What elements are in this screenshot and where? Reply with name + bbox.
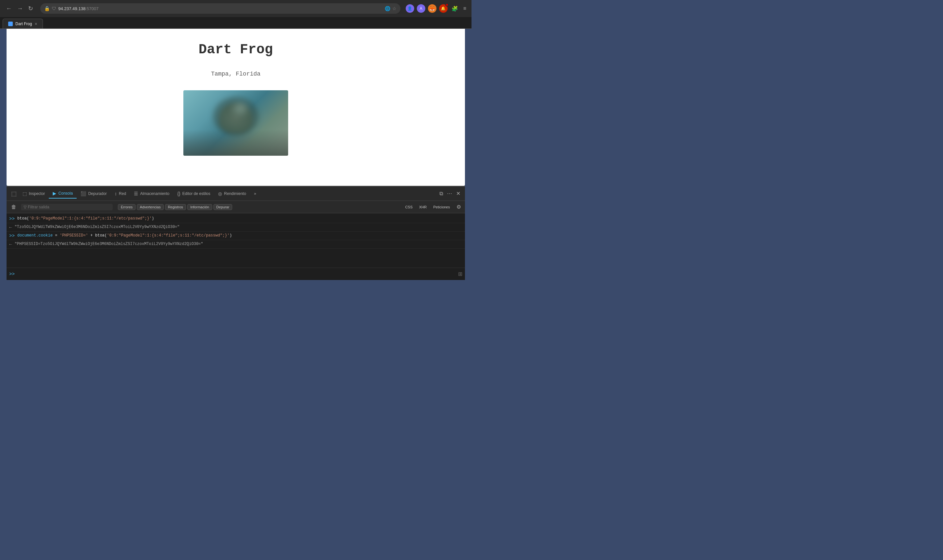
code-span: '0:9:"PageModel":1:{s:4:"file";s:11:"/et…: [29, 216, 151, 221]
tab-title: Dart Frog: [15, 22, 32, 26]
debug-filter-badge[interactable]: Depurar: [213, 204, 233, 210]
debugger-icon: ⬛: [80, 191, 86, 196]
page-subtitle: Tampa, Florida: [13, 71, 458, 77]
devtools-tab-inspector[interactable]: ⬚ Inspector: [19, 189, 49, 198]
url-port: :57007: [85, 6, 99, 11]
active-tab[interactable]: Dart Frog ×: [3, 18, 43, 28]
code-span: ): [151, 216, 154, 221]
console-input-line: >> ⊞: [6, 268, 465, 280]
performance-label: Rendimiento: [224, 191, 246, 196]
debugger-label: Depurador: [88, 191, 107, 196]
code-span: =: [55, 233, 60, 238]
console-prompt-3: >>: [9, 232, 15, 239]
devtools-tab-console[interactable]: ▶ Consola: [49, 189, 77, 198]
frog-highlight: [230, 100, 250, 117]
tab-close-button[interactable]: ×: [35, 21, 37, 26]
console-clear-button[interactable]: 🗑: [9, 203, 19, 211]
console-text-3: document.cookie = 'PHPSESSID=' + btoa('0…: [17, 232, 462, 238]
console-line-2: ← "Tzo5OiJQYWdlTW9kZWwiOjE6e3M6NDoiZmlsZ…: [6, 223, 465, 232]
filter-badges: Errores Advertencias Registros Informaci…: [118, 204, 232, 210]
console-text-1: btoa('0:9:"PageModel":1:{s:4:"file";s:11…: [17, 215, 462, 222]
devtools-close-button[interactable]: ✕: [454, 189, 462, 198]
inspector-label: Inspector: [29, 191, 45, 196]
account-avatar[interactable]: 👤: [406, 4, 414, 13]
profile-avatar[interactable]: A: [417, 4, 425, 13]
console-output: >> btoa('0:9:"PageModel":1:{s:4:"file";s…: [6, 213, 465, 268]
page-image: [184, 90, 288, 156]
console-filter-wrap: ▽: [21, 204, 113, 210]
translate-icon[interactable]: 🌐: [385, 6, 390, 11]
extensions-button[interactable]: 🧩: [450, 4, 459, 13]
nav-buttons: ← → ↻: [4, 4, 35, 14]
browser-actions: 👤 A 🦊 🔔 🧩 ≡: [406, 4, 468, 13]
console-prompt-4: ←: [9, 241, 12, 247]
notification-badge: [445, 3, 449, 6]
forward-button[interactable]: →: [15, 4, 25, 14]
logs-filter-badge[interactable]: Registros: [165, 204, 186, 210]
network-icon: ↕: [114, 191, 117, 196]
css-filter-badge[interactable]: CSS: [403, 205, 415, 210]
requests-filter-badge[interactable]: Peticiones: [431, 205, 452, 210]
storage-icon: ☰: [134, 191, 138, 196]
page-title: Dart Frog: [13, 42, 458, 58]
console-text-2: "Tzo5OiJQYWdlTW9kZWwiOjE6e3M6NDoiZmlsZSI…: [14, 224, 462, 230]
webpage-content: Dart Frog Tampa, Florida: [6, 29, 465, 186]
styles-icon: {}: [177, 191, 181, 196]
code-span: btoa(: [95, 233, 107, 238]
errors-filter-badge[interactable]: Errores: [118, 204, 136, 210]
warnings-filter-badge[interactable]: Advertencias: [137, 204, 164, 210]
console-line-1: >> btoa('0:9:"PageModel":1:{s:4:"file";s…: [6, 215, 465, 223]
menu-button[interactable]: ≡: [462, 4, 468, 13]
console-line-4: ← "PHPSESSID=Tzo5OiJQYWdlTW9kZWwiOjE6e3M…: [6, 240, 465, 249]
devtools-tab-more[interactable]: »: [250, 189, 260, 198]
back-button[interactable]: ←: [4, 4, 14, 14]
code-span: '0:9:"PageModel":1:{s:4:"file";s:11:"/et…: [107, 233, 230, 238]
console-settings-button[interactable]: ⚙: [455, 203, 462, 211]
browser-chrome: ← → ↻ 🔒 🛡 94.237.49.138:57007 🌐 ☆ 👤 A 🦊 …: [0, 0, 471, 17]
console-filter-bar: 🗑 ▽ Errores Advertencias Registros Infor…: [6, 201, 465, 213]
filter-icon: ▽: [23, 205, 26, 209]
console-input-action-button[interactable]: ⊞: [458, 271, 462, 277]
address-bar: 94.237.49.138:57007: [58, 6, 383, 11]
console-line-3: >> document.cookie = 'PHPSESSID=' + btoa…: [6, 232, 465, 240]
console-prompt-1: >>: [9, 215, 15, 222]
tab-favicon: [8, 22, 13, 26]
console-filter-input[interactable]: [28, 205, 110, 209]
devtools-toolbar: ⬚ ⬚ Inspector ▶ Consola ⬛ Depurador ↕ Re…: [6, 186, 465, 201]
code-span: 'PHPSESSID=': [60, 233, 88, 238]
page-body: Dart Frog Tampa, Florida: [6, 29, 465, 162]
console-input[interactable]: [17, 272, 458, 276]
code-span: btoa(: [17, 216, 29, 221]
address-bar-container[interactable]: 🔒 🛡 94.237.49.138:57007 🌐 ☆: [40, 3, 400, 14]
console-icon: ▶: [53, 191, 56, 196]
element-picker-icon[interactable]: ⬚: [9, 189, 19, 198]
network-label: Red: [119, 191, 126, 196]
devtools-tab-debugger[interactable]: ⬛ Depurador: [77, 189, 111, 198]
code-span: ): [230, 233, 232, 238]
devtools-tab-network[interactable]: ↕ Red: [111, 189, 130, 198]
console-text-4: "PHPSESSID=Tzo5OiJQYWdlTW9kZWwiOjE6e3M6N…: [14, 241, 462, 247]
devtools-tab-storage[interactable]: ☰ Almacenamiento: [130, 189, 173, 198]
console-input-prompt: >>: [9, 271, 15, 277]
shield-icon: 🛡: [52, 6, 56, 11]
star-icon[interactable]: ☆: [392, 6, 397, 11]
devtools-options-button[interactable]: ⋯: [445, 189, 454, 198]
code-span: document.cookie: [17, 233, 53, 238]
tab-bar: Dart Frog ×: [0, 17, 471, 29]
devtools-tab-performance[interactable]: ◎ Rendimiento: [214, 189, 250, 198]
notification-avatar[interactable]: 🔔: [439, 4, 448, 13]
filter-type-badges: CSS XHR Peticiones: [403, 205, 452, 210]
reload-button[interactable]: ↻: [26, 4, 35, 14]
styles-label: Editor de estilos: [182, 191, 210, 196]
lock-icon: 🔒: [44, 6, 50, 11]
devtools-tab-styles[interactable]: {} Editor de estilos: [174, 189, 215, 198]
console-prompt-2: ←: [9, 224, 12, 230]
info-filter-badge[interactable]: Información: [187, 204, 212, 210]
performance-icon: ◎: [218, 191, 222, 196]
devtools-panel: ⬚ ⬚ Inspector ▶ Consola ⬛ Depurador ↕ Re…: [6, 186, 465, 280]
console-label: Consola: [58, 191, 73, 195]
fox-avatar[interactable]: 🦊: [428, 4, 437, 13]
devtools-dock-button[interactable]: ⧉: [437, 189, 445, 198]
xhr-filter-badge[interactable]: XHR: [417, 205, 429, 210]
storage-label: Almacenamiento: [140, 191, 169, 196]
